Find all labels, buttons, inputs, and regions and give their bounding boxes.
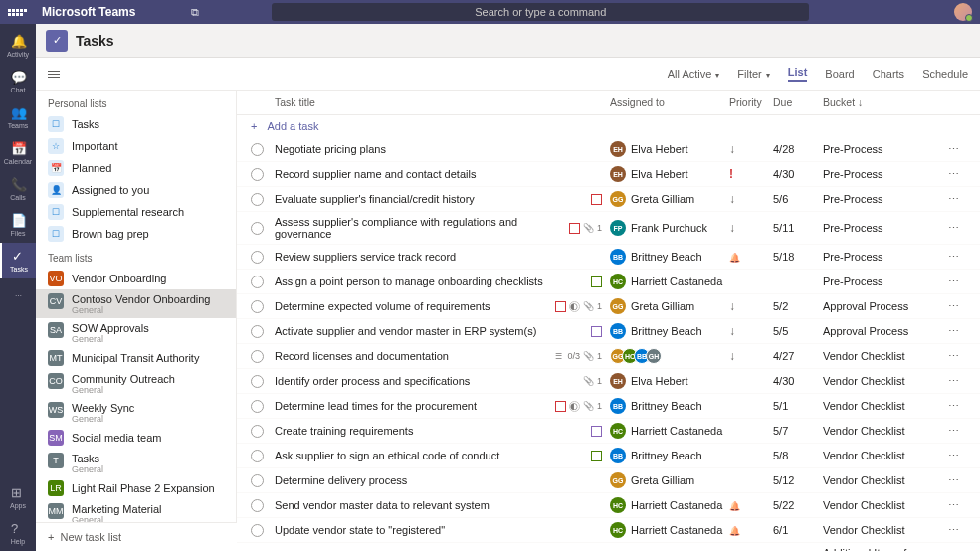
team-list-item[interactable]: COCommunity OutreachGeneral (36, 369, 236, 398)
bucket-name: Vendor Checklist (823, 375, 948, 387)
task-row[interactable]: Create training requirementsHCHarriett C… (237, 419, 980, 444)
more-icon[interactable]: ⋯ (948, 251, 966, 264)
assignee: FPFrank Purchuck (610, 220, 729, 236)
team-list-item[interactable]: LRLight Rail Phase 2 Expansion (36, 477, 236, 499)
personal-list-item[interactable]: 📅Planned (36, 157, 236, 179)
due-date: 4/28 (773, 143, 823, 155)
popout-icon[interactable]: ⧉ (191, 6, 199, 19)
task-row[interactable]: Assign a point person to manage onboardi… (237, 270, 980, 294)
rail-activity[interactable]: 🔔Activity (0, 28, 36, 64)
more-icon[interactable]: ⋯ (948, 375, 966, 388)
more-icon[interactable]: ⋯ (948, 474, 966, 487)
col-priority[interactable]: Priority (729, 96, 773, 108)
more-icon[interactable]: ⋯ (948, 143, 966, 156)
rail-teams[interactable]: 👥Teams (0, 99, 36, 135)
col-assigned[interactable]: Assigned to (610, 96, 729, 108)
more-icon[interactable]: ⋯ (948, 450, 966, 462)
new-list-button[interactable]: + New task list (36, 522, 237, 551)
more-icon[interactable]: ⋯ (948, 325, 966, 338)
more-icon[interactable]: ⋯ (948, 168, 966, 181)
complete-circle[interactable] (251, 325, 264, 338)
complete-circle[interactable] (251, 222, 264, 235)
task-row[interactable]: Activate supplier and vendor master in E… (237, 319, 980, 344)
rail-calendar[interactable]: 📅Calendar (0, 135, 36, 171)
task-row[interactable]: Update vendor state to "registered"HCHar… (237, 518, 980, 543)
col-bucket[interactable]: Bucket ↓ (823, 96, 948, 108)
complete-circle[interactable] (251, 300, 264, 313)
toolbar: All Active▾Filter▾ListBoardChartsSchedul… (36, 58, 980, 91)
hamburger-icon[interactable] (48, 71, 60, 78)
task-row[interactable]: Evaluate supplier's financial/credit his… (237, 187, 980, 212)
complete-circle[interactable] (251, 143, 264, 156)
task-row[interactable]: Record licenses and documentation0/31GGH… (237, 344, 980, 369)
filter-all-active[interactable]: All Active▾ (668, 68, 720, 80)
filter-button[interactable]: Filter▾ (737, 68, 769, 80)
col-title[interactable]: Task title (275, 96, 610, 108)
complete-circle[interactable] (251, 474, 264, 487)
team-list-item[interactable]: SASOW ApprovalsGeneral (36, 318, 236, 347)
personal-list-item[interactable]: ☐Tasks (36, 113, 236, 135)
team-icon: LR (48, 480, 64, 496)
personal-list-item[interactable]: ☆Important (36, 135, 236, 157)
personal-list-item[interactable]: ☐Supplemental research (36, 201, 236, 223)
task-row[interactable]: Identify order process and specification… (237, 369, 980, 394)
more-icon[interactable]: ⋯ (948, 193, 966, 206)
more-icon[interactable]: ⋯ (948, 222, 966, 235)
rail-apps[interactable]: ⊞Apps (0, 479, 36, 515)
complete-circle[interactable] (251, 251, 264, 264)
rail-tasks[interactable]: ✓Tasks (0, 243, 36, 278)
task-row[interactable]: Ask supplier to sign an ethical code of … (237, 444, 980, 468)
search-input[interactable]: Search or type a command (272, 3, 809, 21)
rail-help[interactable]: ?Help (0, 515, 36, 551)
team-list-item[interactable]: VOVendor Onboarding (36, 268, 236, 289)
task-row[interactable]: Negotiate pricing plansEHElva Hebert4/28… (237, 137, 980, 162)
complete-circle[interactable] (251, 276, 264, 288)
view-board[interactable]: Board (825, 68, 854, 80)
complete-circle[interactable] (251, 450, 264, 462)
task-row[interactable]: Review suppliers service track recordBBB… (237, 245, 980, 270)
rail-files[interactable]: 📄Files (0, 207, 36, 243)
more-icon[interactable]: ⋯ (948, 276, 966, 288)
rail-more[interactable]: ⋯ (0, 278, 36, 314)
more-icon[interactable]: ⋯ (948, 524, 966, 537)
personal-list-item[interactable]: 👤Assigned to you (36, 179, 236, 201)
more-icon[interactable]: ⋯ (948, 499, 966, 512)
task-row[interactable]: Expected packing slip requirements1FPFra… (237, 543, 980, 551)
team-list-item[interactable]: SMSocial media team (36, 427, 236, 449)
tasks-app-icon: ✓ (46, 30, 68, 52)
complete-circle[interactable] (251, 193, 264, 206)
complete-circle[interactable] (251, 524, 264, 537)
rail-calls[interactable]: 📞Calls (0, 171, 36, 207)
personal-list-item[interactable]: ☐Brown bag prep (36, 223, 236, 245)
add-task-row[interactable]: + Add a task (237, 115, 980, 137)
avatar: EH (610, 141, 626, 157)
task-row[interactable]: Record supplier name and contact details… (237, 162, 980, 187)
col-due[interactable]: Due (773, 96, 823, 108)
current-user-avatar[interactable] (954, 3, 972, 21)
team-list-item[interactable]: WSWeekly SyncGeneral (36, 398, 236, 427)
task-row[interactable]: Determine expected volume of requirement… (237, 294, 980, 319)
more-icon[interactable]: ⋯ (948, 300, 966, 313)
more-icon[interactable]: ⋯ (948, 425, 966, 438)
complete-circle[interactable] (251, 168, 264, 181)
task-row[interactable]: Assess supplier's compliance with regula… (237, 212, 980, 245)
app-launcher-icon[interactable] (8, 9, 28, 16)
complete-circle[interactable] (251, 499, 264, 512)
team-list-item[interactable]: MTMunicipal Transit Authority (36, 347, 236, 369)
task-row[interactable]: Send vendor master data to relevant syst… (237, 493, 980, 518)
team-list-item[interactable]: TTasksGeneral (36, 449, 236, 477)
avatar: EH (610, 373, 626, 389)
view-list[interactable]: List (788, 66, 808, 82)
rail-chat[interactable]: 💬Chat (0, 64, 36, 99)
more-icon[interactable]: ⋯ (948, 400, 966, 413)
complete-circle[interactable] (251, 375, 264, 388)
task-row[interactable]: Determine delivery processGGGreta Gillia… (237, 468, 980, 493)
task-row[interactable]: Determine lead times for the procurement… (237, 394, 980, 419)
team-list-item[interactable]: CVContoso Vendor OnboardingGeneral (36, 289, 236, 318)
more-icon[interactable]: ⋯ (948, 350, 966, 363)
view-charts[interactable]: Charts (873, 68, 904, 80)
complete-circle[interactable] (251, 350, 264, 363)
view-schedule[interactable]: Schedule (922, 68, 968, 80)
complete-circle[interactable] (251, 425, 264, 438)
complete-circle[interactable] (251, 400, 264, 413)
